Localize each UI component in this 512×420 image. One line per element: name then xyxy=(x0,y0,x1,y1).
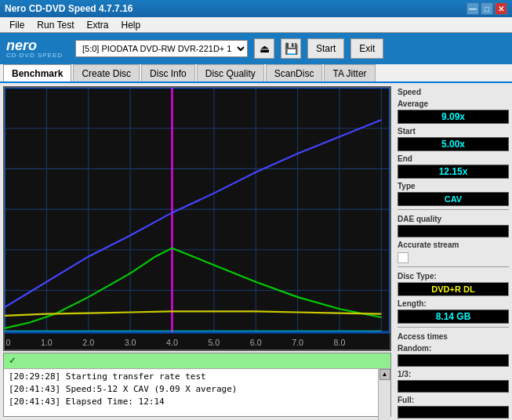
tab-create-disc[interactable]: Create Disc xyxy=(73,64,140,81)
full-value xyxy=(398,406,509,418)
minimize-button[interactable]: — xyxy=(467,2,479,15)
dae-quality-label: DAE quality xyxy=(398,215,509,223)
accurate-stream-checkbox[interactable] xyxy=(398,252,409,263)
length-label: Length: xyxy=(398,299,509,308)
toolbar: nero CD·DVD SPEED [5:0] PIODATA DVD-RW D… xyxy=(0,33,512,64)
tab-ta-jitter[interactable]: TA Jitter xyxy=(324,64,375,81)
title-bar-controls: — □ ✕ xyxy=(467,2,507,15)
divider-1 xyxy=(398,209,509,210)
start-button[interactable]: Start xyxy=(307,38,344,59)
chart-area: 1.0 2.0 3.0 4.0 5.0 6.0 7.0 8.0 0.0 4 X … xyxy=(3,86,391,351)
svg-text:7.0: 7.0 xyxy=(292,337,303,346)
menu-help[interactable]: Help xyxy=(115,18,147,32)
divider-2 xyxy=(398,266,509,267)
svg-text:8.0: 8.0 xyxy=(334,337,346,346)
eject-icon-btn[interactable]: ⏏ xyxy=(254,38,274,59)
svg-text:1.0: 1.0 xyxy=(41,337,53,346)
svg-text:0.0: 0.0 xyxy=(5,337,10,346)
save-icon-btn[interactable]: 💾 xyxy=(281,38,301,59)
tab-disc-quality[interactable]: Disc Quality xyxy=(197,64,264,81)
log-line-2: [20:41:43] Speed:5-12 X CAV (9.09 X aver… xyxy=(9,383,386,396)
accurate-stream-row xyxy=(398,252,509,263)
menu-file[interactable]: File xyxy=(3,18,31,32)
main-content: 1.0 2.0 3.0 4.0 5.0 6.0 7.0 8.0 0.0 4 X … xyxy=(0,83,512,420)
divider-3 xyxy=(398,327,509,328)
menu-bar: File Run Test Extra Help xyxy=(0,17,512,33)
random-label: Random: xyxy=(398,344,509,353)
tab-disc-info[interactable]: Disc Info xyxy=(141,64,195,81)
full-label: Full: xyxy=(398,396,509,404)
start-value: 5.00x xyxy=(398,137,509,151)
nero-logo-bottom: CD·DVD SPEED xyxy=(6,52,63,59)
end-value: 12.15x xyxy=(398,165,509,179)
average-value: 9.09x xyxy=(398,110,509,124)
svg-text:2.0: 2.0 xyxy=(82,337,94,346)
log-area: ✓ [20:29:28] Starting transfer rate test… xyxy=(3,353,391,417)
one-third-label: 1/3: xyxy=(398,370,509,378)
svg-text:4.0: 4.0 xyxy=(166,337,178,346)
chart-svg: 1.0 2.0 3.0 4.0 5.0 6.0 7.0 8.0 0.0 4 X … xyxy=(5,88,390,349)
start-label: Start xyxy=(398,127,509,136)
type-label: Type xyxy=(398,182,509,190)
one-third-value xyxy=(398,380,509,393)
disc-type-label: Disc Type: xyxy=(398,272,509,281)
scroll-up-btn[interactable]: ▲ xyxy=(379,369,390,380)
tab-bar: Benchmark Create Disc Disc Info Disc Qua… xyxy=(0,64,512,83)
right-panel: Speed Average 9.09x Start 5.00x End 12.1… xyxy=(394,83,512,420)
type-value: CAV xyxy=(398,192,509,206)
log-line-1: [20:29:28] Starting transfer rate test xyxy=(9,371,386,383)
disc-type-value: DVD+R DL xyxy=(398,282,509,296)
tab-benchmark[interactable]: Benchmark xyxy=(3,64,71,81)
speed-section-label: Speed xyxy=(398,88,509,96)
svg-text:3.0: 3.0 xyxy=(125,337,136,346)
random-value xyxy=(398,354,509,367)
title-bar: Nero CD-DVD Speed 4.7.7.16 — □ ✕ xyxy=(0,0,512,17)
svg-text:6.0: 6.0 xyxy=(250,337,262,346)
log-content: [20:29:28] Starting transfer rate test [… xyxy=(4,369,390,416)
accurate-stream-label: Accurate stream xyxy=(398,241,509,249)
maximize-button[interactable]: □ xyxy=(481,2,493,15)
average-label: Average xyxy=(398,100,509,108)
log-scrollbar[interactable]: ▲ ▼ xyxy=(378,369,390,420)
length-value: 8.14 GB xyxy=(398,310,509,324)
log-line-3: [20:41:43] Elapsed Time: 12:14 xyxy=(9,396,386,408)
dae-quality-value xyxy=(398,225,509,237)
end-label: End xyxy=(398,154,509,163)
nero-logo: nero CD·DVD SPEED xyxy=(6,38,63,59)
menu-run-test[interactable]: Run Test xyxy=(31,18,80,32)
tab-scan-disc[interactable]: ScanDisc xyxy=(266,64,323,81)
drive-select[interactable]: [5:0] PIODATA DVD-RW DVR-221D+ 1.CZ xyxy=(75,40,248,57)
close-button[interactable]: ✕ xyxy=(495,2,507,15)
title-bar-text: Nero CD-DVD Speed 4.7.7.16 xyxy=(5,3,133,14)
menu-extra[interactable]: Extra xyxy=(80,18,114,32)
nero-logo-top: nero xyxy=(6,38,37,52)
log-status-icon: ✓ xyxy=(9,356,16,366)
log-header: ✓ xyxy=(4,353,390,369)
svg-text:5.0: 5.0 xyxy=(208,337,220,346)
access-times-label: Access times xyxy=(398,332,509,341)
exit-button[interactable]: Exit xyxy=(350,38,383,59)
